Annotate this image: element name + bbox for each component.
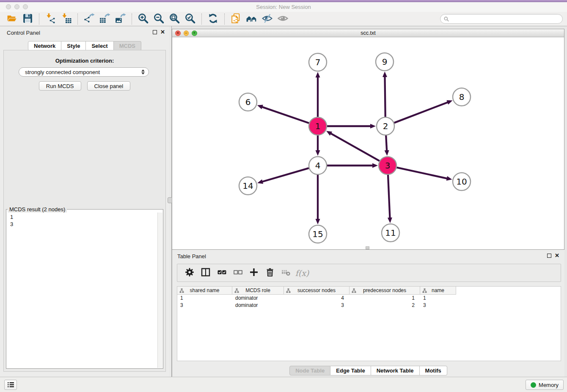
close-panel-button[interactable]: Close panel (87, 81, 131, 91)
search-input[interactable] (451, 16, 559, 22)
memory-button[interactable]: Memory (526, 380, 564, 390)
tab-motifs[interactable]: Motifs (420, 366, 447, 375)
graph-edge-4-15[interactable] (316, 175, 320, 224)
tab-style[interactable]: Style (61, 41, 86, 51)
criterion-select[interactable]: strongly connected component (19, 67, 149, 77)
add-row-button[interactable] (246, 266, 262, 280)
open-session-button[interactable] (4, 13, 20, 25)
svg-text:2: 2 (383, 121, 388, 131)
tab-network-table[interactable]: Network Table (371, 366, 420, 375)
canvas-splitter-handle-icon[interactable] (366, 246, 369, 249)
graph-edge-1-4[interactable] (316, 135, 320, 156)
graph-edge-1-2[interactable] (327, 124, 376, 129)
delete-table-icon (281, 267, 291, 279)
mcds-panel: Optimization criterion: strongly connect… (3, 50, 166, 372)
graph-edge-3-1[interactable] (326, 131, 380, 161)
tab-mcds[interactable]: MCDS (114, 41, 141, 51)
delete-row-button[interactable] (262, 266, 278, 280)
export-image-button[interactable] (113, 13, 128, 25)
toolbar-separator (224, 14, 225, 25)
control-panel-tabs: NetworkStyleSelectMCDS (0, 41, 169, 51)
close-panel-icon[interactable]: ✕ (160, 30, 165, 35)
graph-node-2[interactable]: 2 (377, 117, 394, 135)
graph-edge-4-3[interactable] (327, 163, 378, 168)
graph-node-1[interactable]: 1 (309, 117, 327, 135)
graph-node-11[interactable]: 11 (382, 224, 399, 242)
delete-table-button (278, 266, 294, 280)
run-mcds-button[interactable]: Run MCDS (39, 81, 81, 91)
export-network-button[interactable] (81, 13, 97, 25)
export-table-button[interactable] (97, 13, 113, 25)
import-network-button[interactable] (43, 13, 58, 25)
show-columns-button[interactable] (198, 266, 214, 280)
tab-select[interactable]: Select (86, 41, 113, 51)
float-table-panel-icon[interactable] (547, 254, 551, 258)
result-scrollbar[interactable] (157, 213, 162, 368)
select-all-button[interactable] (214, 266, 230, 280)
status-bar: Memory (0, 377, 567, 392)
column-header-shared-name[interactable]: shared name (177, 287, 232, 295)
zoom-selected-icon (184, 13, 196, 25)
graph-node-3[interactable]: 3 (379, 157, 396, 174)
table-toolbar: f(x) (177, 264, 561, 282)
task-history-button[interactable] (4, 380, 17, 390)
graph-edge-3-11[interactable] (388, 175, 392, 223)
graph-edge-1-6[interactable] (257, 105, 309, 123)
graph-edge-3-10[interactable] (396, 168, 452, 181)
vizmapper-button[interactable] (259, 13, 275, 25)
zoom-fit-button[interactable] (167, 13, 182, 25)
deselect-all-button[interactable] (230, 266, 246, 280)
network-window: ✕ − + scc.txt 7968124314101511 (172, 29, 564, 250)
tab-edge-table[interactable]: Edge Table (330, 366, 371, 375)
graph-node-6[interactable]: 6 (239, 93, 257, 111)
control-panel-title: Control Panel (7, 30, 40, 36)
clone-network-button[interactable] (228, 13, 244, 25)
toolbar-separator (132, 14, 132, 25)
zoom-selected-button[interactable] (182, 13, 198, 25)
graph-edge-2-9[interactable] (383, 72, 387, 117)
settings-button[interactable] (182, 266, 198, 280)
graph-edge-1-7[interactable] (316, 72, 320, 117)
column-header-predecessor-nodes[interactable]: predecessor nodes (350, 287, 420, 295)
graph-node-8[interactable]: 8 (453, 88, 471, 106)
graph-node-4[interactable]: 4 (309, 157, 327, 174)
column-header-name[interactable]: name (420, 287, 456, 295)
home-button[interactable] (244, 13, 259, 25)
graph-edge-2-8[interactable] (394, 100, 453, 123)
zoom-in-button[interactable] (135, 13, 151, 25)
network-canvas[interactable]: 7968124314101511 (172, 38, 564, 249)
zoom-out-button[interactable] (151, 13, 167, 25)
search-box[interactable] (440, 14, 563, 24)
eye-button[interactable] (275, 13, 291, 25)
table-row[interactable]: 3dominator323 (177, 302, 561, 309)
node-table: shared nameMCDS rolesuccessor nodesprede… (177, 286, 561, 361)
close-table-panel-icon[interactable]: ✕ (555, 253, 559, 258)
float-panel-icon[interactable] (153, 30, 157, 34)
refresh-button[interactable] (205, 13, 221, 25)
save-session-button[interactable] (20, 13, 36, 25)
graph-node-14[interactable]: 14 (239, 177, 257, 195)
column-header-MCDS-role[interactable]: MCDS role (232, 287, 284, 295)
network-graph[interactable]: 7968124314101511 (172, 38, 564, 249)
tab-node-table[interactable]: Node Table (289, 366, 330, 375)
graph-edge-2-3[interactable] (385, 135, 389, 156)
graph-node-7[interactable]: 7 (309, 53, 327, 71)
svg-text:4: 4 (315, 160, 321, 171)
graph-node-15[interactable]: 15 (309, 225, 327, 243)
mcds-buttons: Run MCDS Close panel (4, 81, 165, 91)
import-table-button[interactable] (58, 13, 74, 25)
tab-network[interactable]: Network (28, 41, 61, 51)
graph-node-9[interactable]: 9 (376, 53, 394, 71)
zoom-fit-icon (169, 13, 180, 25)
table-panel-controls: ✕ (547, 253, 559, 258)
graph-node-10[interactable]: 10 (453, 173, 471, 190)
graph-edge-4-14[interactable] (257, 168, 309, 184)
vizmapper-icon (261, 13, 273, 25)
table-row[interactable]: 1dominator411 (177, 295, 561, 302)
network-window-title: scc.txt (172, 30, 564, 36)
toolbar-separator (39, 14, 39, 25)
column-header-successor-nodes[interactable]: successor nodes (284, 287, 350, 295)
show-columns-icon (201, 267, 211, 279)
table-panel-title: Table Panel (177, 253, 206, 259)
network-window-titlebar[interactable]: ✕ − + scc.txt (172, 29, 564, 37)
